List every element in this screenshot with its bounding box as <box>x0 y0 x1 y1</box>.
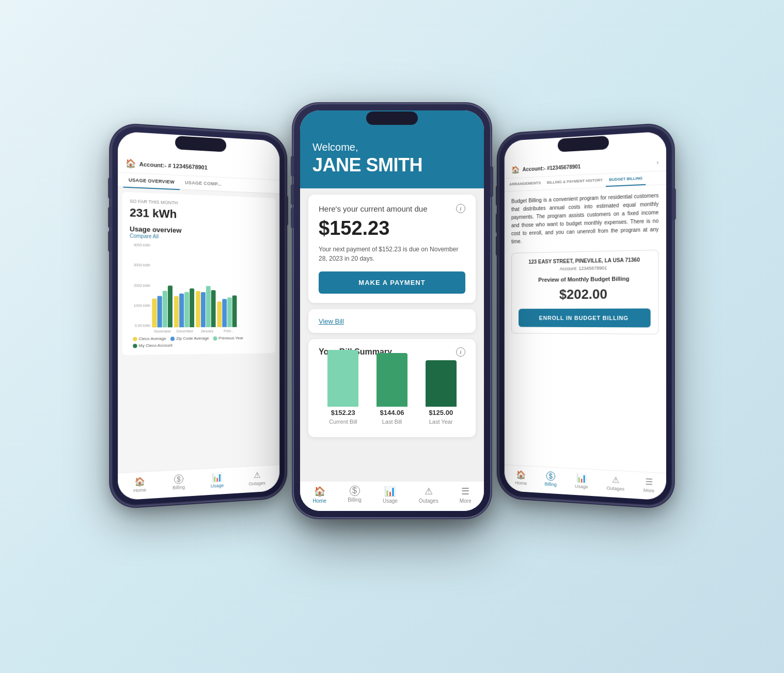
right-more-nav-icon: ☰ <box>645 476 652 487</box>
bill-bar-current: $152.23 Current Bill <box>322 350 364 425</box>
right-nav-outages[interactable]: ⚠ Outages <box>607 474 624 491</box>
bar-jan-blue <box>201 292 206 327</box>
tab-usage-compare[interactable]: USAGE COMP... <box>180 175 227 191</box>
bill-summary-info-icon[interactable]: i <box>456 347 465 357</box>
x-axis-labels: November December January Febr... <box>132 329 267 333</box>
bar-feb-yellow <box>217 301 222 327</box>
center-billing-label: Billing <box>348 497 362 503</box>
enroll-budget-billing-button[interactable]: ENROLL IN BUDGET BILLING <box>519 309 651 328</box>
center-nav-usage[interactable]: 📊 Usage <box>383 486 398 504</box>
billing-nav-icon: $ <box>174 474 183 484</box>
nav-usage-label: Usage <box>211 483 224 488</box>
chart-legend: Cleco Average Zip Code Average Previous … <box>132 335 267 348</box>
right-account-text: Account:- #12345678901 <box>523 164 581 172</box>
x-label-november: November <box>152 329 173 333</box>
amount-due-label: Here's your current amount due <box>319 204 427 213</box>
bill-summary-card: Your Bill Summary i $152.23 Current Bill… <box>308 339 476 437</box>
center-outages-icon: ⚠ <box>425 486 433 497</box>
bar-dec-dark-green <box>190 289 194 327</box>
right-home-icon: 🏠 <box>511 165 520 173</box>
legend-label-prev-year: Previous Year <box>218 335 243 340</box>
bar-jan-dark-green <box>211 290 216 327</box>
budget-amount: $202.00 <box>519 286 651 303</box>
right-home-nav-label: Home <box>515 480 527 486</box>
outages-nav-icon: ⚠ <box>254 470 260 480</box>
tab-budget-billing[interactable]: BUDGET BILLING <box>606 172 646 187</box>
bar-dec-blue <box>179 294 184 327</box>
bar-nov-blue <box>158 296 162 327</box>
account-number: Account: 12345678901 <box>519 265 651 272</box>
bar-nov-light-green <box>163 291 167 327</box>
bar-group-december <box>174 289 194 328</box>
legend-dot-dark-green <box>133 344 137 348</box>
nav-billing[interactable]: $ Billing <box>173 474 185 491</box>
amount-due-header: Here's your current amount due i <box>319 204 465 213</box>
address-text: 123 EASY STREET, PINEVILLE, LA USA 71360 <box>519 257 651 265</box>
center-home-icon: 🏠 <box>314 486 325 497</box>
usage-main-card: SO FAR THIS MONTH 231 kWh Usage overview… <box>122 192 275 355</box>
bar-current-bill <box>327 350 358 407</box>
right-bottom-nav: 🏠 Home $ Billing 📊 Usage ⚠ Outages <box>505 464 666 501</box>
center-more-icon: ☰ <box>461 486 469 497</box>
left-bottom-nav: 🏠 Home $ Billing 📊 Usage ⚠ Outages <box>118 464 279 501</box>
x-label-february: Febr... <box>218 329 239 333</box>
budget-billing-description: Budget Billing is a convenient program f… <box>511 191 658 246</box>
nav-usage[interactable]: 📊 Usage <box>211 472 224 489</box>
center-nav-outages[interactable]: ⚠ Outages <box>419 486 438 504</box>
bar-jan-light-green <box>206 286 211 327</box>
view-bill-card: View Bill <box>308 309 476 333</box>
usage-bar-chart: 4000 kWh 3000 kWh 2000 kWh 1000 kWh 0.00… <box>130 243 269 349</box>
nav-outages[interactable]: ⚠ Outages <box>248 470 265 486</box>
legend-my-account: My Cleco Account <box>133 343 173 348</box>
right-nav-usage[interactable]: 📊 Usage <box>575 473 588 489</box>
y-label-3000: 3000 kWh <box>132 263 150 267</box>
preview-label: Preview of Monthly Budget Billing <box>519 275 651 283</box>
last-bill-amount: $144.06 <box>380 409 404 416</box>
nav-outages-label: Outages <box>248 480 265 487</box>
legend-label-cleco: Cleco Average <box>139 336 166 341</box>
legend-dot-light-green <box>213 336 217 340</box>
right-usage-nav-icon: 📊 <box>576 473 587 483</box>
right-home-nav-icon: 🏠 <box>516 470 526 480</box>
make-payment-button[interactable]: MAKE A PAYMENT <box>319 271 465 294</box>
center-nav-home[interactable]: 🏠 Home <box>313 486 327 504</box>
right-billing-nav-label: Billing <box>545 482 557 487</box>
center-home-label: Home <box>313 498 327 504</box>
center-billing-icon: $ <box>350 486 360 496</box>
tab-usage-overview[interactable]: USAGE OVERVIEW <box>123 173 180 190</box>
last-year-label: Last Year <box>429 419 453 425</box>
due-text: Your next payment of $152.23 is due on N… <box>319 245 465 263</box>
center-nav-billing[interactable]: $ Billing <box>348 486 362 504</box>
amount-info-icon[interactable]: i <box>456 204 465 213</box>
right-nav-more[interactable]: ☰ More <box>644 476 654 493</box>
tab-arrangements[interactable]: ARRANGEMENTS <box>506 177 543 191</box>
legend-zip-average: Zip Code Average <box>170 336 209 341</box>
right-outages-nav-label: Outages <box>607 486 624 492</box>
left-phone: 🏠 Account:- # 12345678901 USAGE OVERVIEW… <box>112 124 286 507</box>
right-nav-billing[interactable]: $ Billing <box>545 471 557 488</box>
tab-billing-history[interactable]: BILLING & PAYMENT HISTORY <box>544 174 606 189</box>
legend-dot-blue <box>170 336 175 341</box>
right-more-nav-label: More <box>644 488 654 493</box>
y-label-0: 0.00 kWh <box>132 324 150 327</box>
nav-home-label: Home <box>133 487 146 493</box>
right-notch <box>558 136 609 152</box>
bar-dec-yellow <box>174 296 179 328</box>
center-more-label: More <box>460 498 472 504</box>
bar-nov-yellow <box>152 298 156 327</box>
welcome-text: Welcome, <box>312 141 472 153</box>
bill-bar-last: $144.06 Last Bill <box>371 353 413 425</box>
bill-summary-chart: $152.23 Current Bill $144.06 Last Bill $… <box>319 363 465 425</box>
nav-billing-label: Billing <box>173 485 185 490</box>
legend-label-my-account: My Cleco Account <box>139 343 173 348</box>
bar-jan-yellow <box>196 291 200 327</box>
payment-card: Here's your current amount due i $152.23… <box>308 195 476 303</box>
right-nav-home[interactable]: 🏠 Home <box>515 470 527 486</box>
bar-group-november <box>152 285 173 327</box>
right-billing-nav-icon: $ <box>546 471 555 481</box>
center-nav-more[interactable]: ☰ More <box>460 486 472 504</box>
legend-previous-year: Previous Year <box>213 335 243 340</box>
nav-home[interactable]: 🏠 Home <box>133 476 146 493</box>
view-bill-link[interactable]: View Bill <box>319 317 344 325</box>
x-label-january: January <box>197 329 217 333</box>
